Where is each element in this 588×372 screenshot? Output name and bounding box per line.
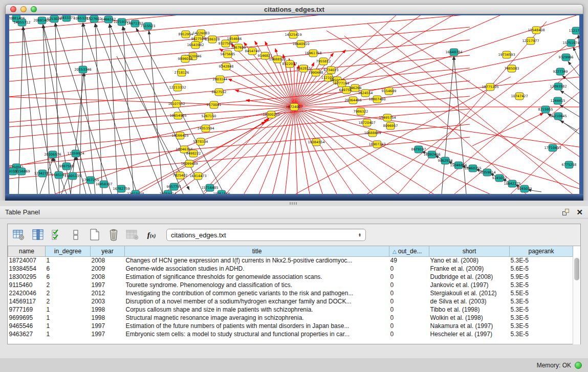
clear-row-selection-button[interactable] — [69, 228, 83, 242]
table-cell[interactable]: 9463627 — [8, 330, 46, 338]
graph-node[interactable]: 14353594 — [197, 125, 214, 132]
table-cell[interactable]: 5.5E-5 — [510, 289, 573, 297]
delete-column-button[interactable] — [106, 228, 121, 242]
table-row[interactable]: 1872400712008Changes of HCN gene express… — [8, 256, 573, 265]
table-cell[interactable]: 1997 — [91, 322, 125, 330]
table-cell[interactable]: Investigating the contribution of common… — [125, 289, 389, 297]
graph-node[interactable]: 16914473 — [189, 172, 206, 180]
graph-node[interactable]: 19734593 — [498, 51, 515, 58]
graph-node[interactable]: 2867608 — [231, 44, 246, 51]
table-cell[interactable]: 6 — [46, 273, 91, 281]
table-row[interactable]: 911546021997Tourette syndrome. Phenomeno… — [8, 281, 573, 289]
graph-node[interactable]: 14055712 — [13, 19, 30, 26]
graph-node[interactable]: 7955812 — [316, 58, 331, 65]
column-header-short[interactable]: short — [429, 246, 510, 256]
graph-node[interactable]: 18775105 — [482, 83, 498, 91]
table-cell[interactable]: 19384554 — [8, 265, 46, 273]
graph-node[interactable]: 9227349 — [553, 68, 568, 75]
table-cell[interactable]: 2003 — [91, 297, 125, 305]
graph-node[interactable]: 19166425 — [171, 132, 188, 139]
table-cell[interactable]: 18300295 — [8, 273, 46, 281]
table-cell[interactable]: 1998 — [91, 305, 125, 314]
graph-node[interactable]: 12217977 — [522, 37, 539, 45]
scrollbar-thumb[interactable] — [574, 258, 579, 280]
column-header-title[interactable]: title — [125, 246, 389, 256]
graph-node[interactable]: 20153346 — [74, 66, 91, 73]
table-row[interactable]: 969969511998Structural magnetic resonanc… — [8, 314, 573, 322]
table-cell[interactable]: 1997 — [91, 281, 125, 289]
table-cell[interactable]: 0 — [389, 297, 429, 305]
table-cell[interactable]: Tourette syndrome. Phenomenology and cla… — [125, 281, 389, 289]
table-cell[interactable]: Nakamura et al. (1997) — [429, 322, 510, 330]
graph-node[interactable]: 6734023 — [324, 67, 339, 74]
table-cell[interactable]: 2009 — [91, 265, 125, 273]
graph-node[interactable]: 9857791 — [167, 183, 182, 190]
graph-node[interactable]: 12923448 — [127, 190, 144, 194]
table-cell[interactable]: Hescheler et al. (1997) — [429, 330, 510, 338]
table-cell[interactable]: 0 — [389, 273, 429, 281]
table-cell[interactable]: 5.3E-5 — [510, 256, 573, 265]
close-panel-icon[interactable]: ✕ — [576, 209, 583, 215]
graph-node[interactable]: 16958107 — [95, 181, 112, 188]
table-cell[interactable]: Dudbridge et al. (2008) — [429, 273, 510, 281]
table-cell[interactable]: 9115460 — [8, 281, 46, 289]
graph-node[interactable]: 9498222 — [186, 150, 201, 157]
table-cell[interactable]: 6 — [46, 265, 91, 273]
network-canvas[interactable]: 2088140614055712206914069153024184333711… — [9, 15, 579, 194]
graph-node[interactable]: 9170041 — [207, 101, 222, 108]
graph-node[interactable]: 6775258 — [562, 161, 577, 168]
graph-node[interactable]: 5675685 — [221, 51, 235, 58]
graph-node[interactable]: 18300295 — [263, 111, 279, 118]
graph-node[interactable]: 18907243 — [368, 141, 385, 148]
minimize-window-button[interactable] — [20, 6, 27, 12]
table-cell[interactable]: 1 — [46, 256, 91, 265]
table-cell[interactable]: de Silva et al. (2003) — [429, 297, 510, 305]
graph-node[interactable]: 10747427 — [511, 93, 528, 100]
graph-node[interactable]: 15495754 — [379, 114, 396, 121]
function-builder-button[interactable]: f(x) — [144, 228, 159, 242]
graph-node[interactable]: 9154609 — [382, 87, 397, 95]
graph-node[interactable]: 10807480 — [368, 96, 385, 103]
graph-node[interactable]: 9329966 — [559, 54, 574, 61]
table-cell[interactable]: 2012 — [91, 289, 125, 297]
table-cell[interactable]: 1 — [46, 305, 91, 314]
graph-node[interactable]: 1121765 — [569, 27, 579, 34]
graph-node[interactable]: 10688609 — [364, 129, 381, 137]
graph-node[interactable]: 9242848 — [219, 63, 234, 70]
table-cell[interactable]: 5.3E-5 — [510, 314, 573, 322]
graph-node[interactable]: 8427552 — [212, 89, 227, 96]
graph-node[interactable]: 8215955 — [538, 106, 553, 113]
table-row[interactable]: 946362711997Embryonic stem cells: a mode… — [8, 330, 573, 338]
graph-node[interactable]: 9897588 — [59, 163, 74, 170]
table-cell[interactable]: 5.3E-5 — [510, 305, 573, 314]
table-cell[interactable]: Estimation of the future numbers of pati… — [125, 322, 389, 330]
graph-node[interactable]: 17710453 — [544, 144, 561, 151]
table-cell[interactable]: 0 — [389, 314, 429, 322]
table-row[interactable]: 977716911998Corpus callosum shape and si… — [8, 305, 573, 314]
table-cell[interactable]: 5.3E-5 — [510, 281, 573, 289]
table-cell[interactable]: 1 — [46, 330, 91, 338]
graph-node[interactable]: 5267150 — [202, 113, 216, 120]
table-row[interactable]: 946554611997Estimation of the future num… — [8, 322, 573, 330]
table-cell[interactable]: Yano et al. (2008) — [429, 256, 510, 265]
graph-node[interactable]: 18720407 — [358, 119, 375, 126]
graph-node[interactable]: 1527602 — [87, 15, 102, 23]
table-select-dropdown[interactable]: citations_edges.txt ▲▼ — [166, 229, 366, 241]
table-cell[interactable]: 18724007 — [8, 256, 46, 265]
graph-node[interactable]: 16543982 — [187, 41, 204, 49]
graph-node[interactable]: 17359924 — [67, 150, 84, 157]
graph-node[interactable]: 8186328 — [205, 36, 220, 43]
graph-node[interactable]: 1990448 — [309, 69, 323, 76]
citation-network-graph[interactable]: 2088140614055712206914069153024184333711… — [9, 15, 579, 194]
select-all-rows-button[interactable] — [50, 228, 64, 242]
graph-node[interactable]: 7485083 — [505, 65, 519, 72]
graph-node[interactable]: 3624554 — [358, 90, 373, 97]
table-cell[interactable]: Embryonic stem cells: a model to study s… — [125, 330, 389, 338]
table-options-button[interactable] — [12, 228, 26, 242]
graph-node[interactable]: 16107552 — [168, 100, 185, 107]
table-cell[interactable]: Changes of HCN gene expression and I(f) … — [125, 256, 389, 265]
table-cell[interactable]: 0 — [389, 281, 429, 289]
zoom-window-button[interactable] — [31, 6, 37, 12]
graph-node[interactable]: 9245033 — [517, 185, 532, 192]
window-titlebar[interactable]: citations_edges.txt — [5, 4, 583, 14]
